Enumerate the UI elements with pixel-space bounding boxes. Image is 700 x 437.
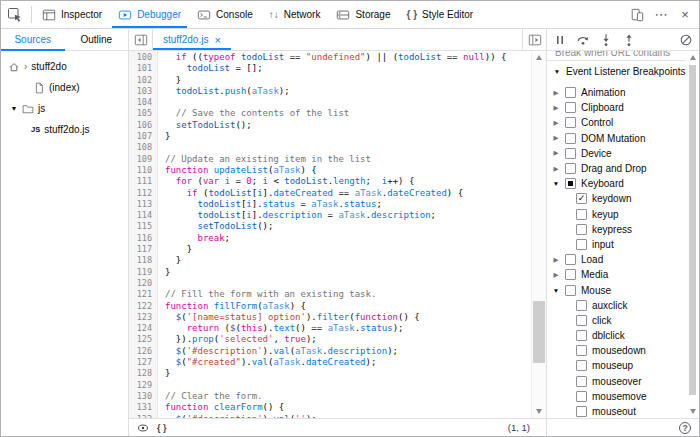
step-over-button[interactable] [576,33,590,47]
code-text[interactable] [158,380,165,391]
line-number[interactable]: 121 [129,289,158,300]
checkbox-dom-mutation[interactable] [565,133,576,144]
tree-item-index[interactable]: (index) [1,77,128,98]
checkbox-keyup[interactable] [576,209,587,220]
code-text[interactable]: } [158,131,170,142]
close-tab-icon[interactable]: × [214,34,220,46]
tab-inspector[interactable]: Inspector [34,1,110,28]
deactivate-breakpoints-button[interactable] [679,33,693,47]
code-text[interactable]: if (todoList[i].dateCreated == aTask.dat… [158,188,463,199]
line-number[interactable]: 124 [129,323,158,334]
twisty-icon[interactable]: ▶ [552,134,560,142]
line-number[interactable]: 113 [129,199,158,210]
code-text[interactable] [158,97,165,108]
line-number[interactable]: 123 [129,312,158,323]
checkbox-mousemove[interactable] [576,391,587,402]
meatball-menu-button[interactable]: ⋯ [650,4,672,26]
pick-element-button[interactable] [1,1,29,28]
line-number[interactable]: 126 [129,346,158,357]
tree-item-stuff2do-js[interactable]: JS stuff2do.js [1,119,128,140]
line-number[interactable]: 115 [129,221,158,232]
line-number[interactable]: 107 [129,131,158,142]
pause-button[interactable] [553,33,567,47]
checkbox-dblclick[interactable] [576,330,587,341]
scroll-up-arrow[interactable] [686,51,699,64]
line-number[interactable]: 110 [129,165,158,176]
line-number[interactable]: 117 [129,244,158,255]
line-number[interactable]: 109 [129,154,158,165]
close-devtools-button[interactable]: × [674,4,696,26]
checkbox-load[interactable] [565,254,576,265]
scrollbar-thumb[interactable] [689,65,696,395]
twisty-icon[interactable]: ▶ [552,165,560,173]
twisty-icon[interactable]: ▶ [552,89,560,97]
checkbox-input[interactable] [576,239,587,250]
code-text[interactable]: // Save the contents of the list [158,108,349,119]
line-number[interactable]: 122 [129,301,158,312]
editor-scrollbar[interactable] [531,51,546,418]
scroll-up-arrow[interactable] [532,51,546,64]
checkbox-device[interactable] [565,148,576,159]
line-number[interactable]: 118 [129,255,158,266]
tab-style-editor[interactable]: { }Style Editor [398,1,481,28]
code-editor[interactable]: 100 if ((typeof todoList == "undefined")… [129,51,546,418]
code-text[interactable]: break; [158,233,230,244]
tab-sources[interactable]: Sources [1,29,65,50]
tab-console[interactable]: Console [189,1,261,28]
checkbox-mousedown[interactable] [576,345,587,356]
checkbox-control[interactable] [565,117,576,128]
checkbox-keypress[interactable] [576,224,587,235]
tree-folder-js[interactable]: ▼ js [1,98,128,119]
line-number[interactable]: 105 [129,108,158,119]
code-text[interactable]: } [158,75,181,86]
code-text[interactable]: } [158,368,170,379]
line-number[interactable]: 111 [129,176,158,187]
line-number[interactable]: 125 [129,334,158,345]
checkbox-drag-and-drop[interactable] [565,163,576,174]
code-text[interactable]: // Clear the form. [158,391,263,402]
twisty-icon[interactable]: ▶ [552,256,560,264]
tab-storage[interactable]: Storage [328,1,398,28]
code-text[interactable]: } [158,244,192,255]
code-text[interactable]: } [158,255,181,266]
twisty-icon[interactable]: ▶ [552,271,560,279]
code-text[interactable]: $('[name=status] option').filter(functio… [158,312,420,323]
event-listener-breakpoints-header[interactable]: ▼ Event Listener Breakpoints [547,60,686,82]
checkbox-mouseup[interactable] [576,360,587,371]
line-number[interactable]: 120 [129,278,158,289]
line-number[interactable]: 119 [129,267,158,278]
scroll-down-arrow[interactable] [686,405,699,418]
twisty-icon[interactable]: ▼ [552,287,560,294]
code-text[interactable]: todoList[i].description = aTask.descript… [158,210,436,221]
pretty-print-button[interactable]: { } [157,423,167,433]
code-text[interactable]: $("#created").val(aTask.dateCreated); [158,357,376,368]
line-number[interactable]: 106 [129,120,158,131]
code-text[interactable]: setTodoList(); [158,120,252,131]
line-number[interactable]: 101 [129,63,158,74]
checkbox-auxclick[interactable] [576,300,587,311]
line-number[interactable]: 129 [129,380,158,391]
line-number[interactable]: 112 [129,188,158,199]
checkbox-media[interactable] [565,269,576,280]
collapse-sources-pane-button[interactable] [129,29,153,50]
step-out-button[interactable] [622,33,636,47]
line-number[interactable]: 130 [129,391,158,402]
twisty-expanded-icon[interactable]: ▼ [553,68,561,75]
code-text[interactable]: todoList[i].status = aTask.status; [158,199,382,210]
step-in-button[interactable] [599,33,613,47]
code-text[interactable]: }).prop('selected', true); [158,334,317,345]
code-text[interactable]: function updateList(aTask) { [158,165,317,176]
twisty-icon[interactable]: ▼ [552,180,560,187]
checkbox-mouseout[interactable] [576,406,587,417]
tab-debugger[interactable]: Debugger [110,1,189,28]
code-text[interactable] [158,278,165,289]
blackbox-source-button[interactable] [137,422,149,434]
tab-outline[interactable]: Outline [65,29,129,50]
twisty-icon[interactable]: ▶ [552,119,560,127]
checkbox-animation[interactable] [565,87,576,98]
code-text[interactable]: todoList.push(aTask); [158,86,290,97]
code-text[interactable]: // Update an existing item in the list [158,154,371,165]
code-text[interactable]: function clearForm() { [158,402,284,413]
line-number[interactable]: 108 [129,142,158,153]
source-tab-stuff2do-js[interactable]: stuff2do.js × [153,29,231,50]
